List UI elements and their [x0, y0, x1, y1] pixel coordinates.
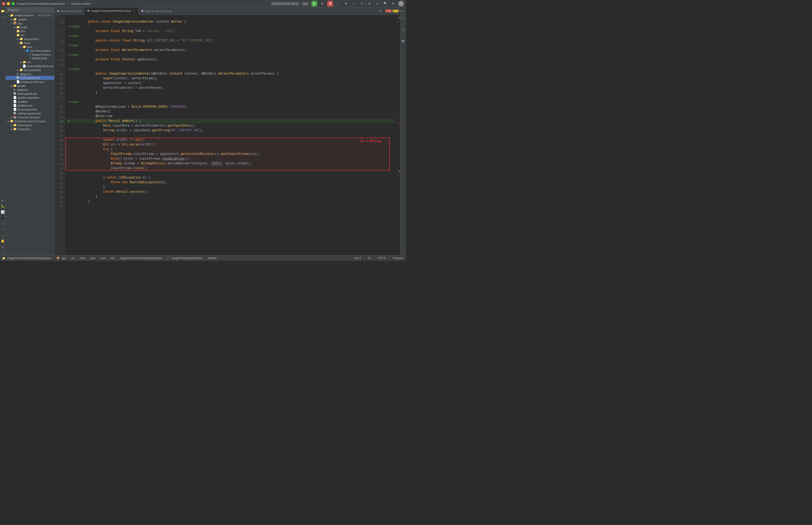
rt-btn1[interactable]: ◫ [401, 16, 406, 21]
breadcrumb-java[interactable]: java [91, 257, 95, 260]
toolbar-btn1[interactable]: ⊞ [343, 1, 349, 6]
tree-item-libs[interactable]: ▶ 📁 libs [6, 29, 54, 33]
rt-btn5[interactable]: 🔍 [401, 39, 406, 44]
tree-item-external-libs[interactable]: ▶ 📚 External Libraries [6, 115, 54, 119]
close-button[interactable] [2, 2, 5, 5]
breadcrumb-class[interactable]: ImageCompressionWorker [172, 257, 203, 260]
debug-button[interactable]: ⚙ [319, 1, 325, 6]
debug-tool-icon[interactable]: 🐛 [0, 204, 5, 209]
tree-arrow: ▾ [10, 22, 13, 25]
tree-item-androidtest[interactable]: ▶ 📁 androidTest [6, 37, 54, 41]
breadcrumb-test[interactable]: test [110, 257, 115, 260]
breadcrumb-src[interactable]: src [71, 257, 75, 260]
tree-item-scratches[interactable]: ▶ 📁 Scratches and Consoles [6, 119, 54, 123]
stop-button[interactable]: ■ [327, 1, 333, 6]
breadcrumb-sep5: › [98, 257, 98, 260]
tree-item-java[interactable]: ▾ 📁 java [6, 45, 54, 49]
tree-item-gradlew[interactable]: ▶ 📄 gradlew [6, 100, 54, 103]
nav-down[interactable]: ▼ [402, 10, 404, 13]
line-ending-indicator[interactable]: LF [367, 257, 372, 260]
tree-item-mainactivity[interactable]: ▶ C MainActivity [6, 57, 54, 60]
tree-item-icw[interactable]: ▶ C ImageCompressionWorker [6, 53, 54, 57]
tree-item-root[interactable]: ▾ 📁 ImageCompressionWorkerApplication ~/… [6, 13, 54, 17]
version-control[interactable]: Version control [71, 2, 90, 5]
notifications-icon[interactable]: 🔔 [0, 238, 5, 244]
rt-btn3[interactable]: ⊞ [401, 27, 406, 32]
tree-item-src[interactable]: ▾ 📁 src [6, 33, 54, 37]
tree-item-settings-gradle[interactable]: ▶ 🐘 settings.gradle.kts [6, 111, 54, 115]
toolbar-btn5[interactable]: ↻ [374, 1, 380, 6]
bottom-icon4[interactable]: ? [0, 250, 5, 255]
rt-btn4[interactable]: ⛶ [401, 33, 406, 38]
breadcrumb-com[interactable]: com [100, 257, 105, 260]
position-indicator[interactable]: 46:13 [353, 257, 362, 260]
project-panel-header[interactable]: Project ▾ [6, 7, 54, 13]
tree-item-buildgradle-root[interactable]: ▶ 🐘 build.gradle.kts [6, 92, 54, 95]
tab-mainactivity[interactable]: MainActivity.java [54, 7, 85, 14]
tree-item-buildgradle-app[interactable]: ▶ 🐘 build.gradle.kts [6, 76, 54, 80]
indent-indicator[interactable]: 4 spaces [391, 257, 404, 260]
nav-up[interactable]: ▲ [399, 10, 401, 13]
tree-item-gitignore-app[interactable]: ▶ ⊘ .gitignore [6, 72, 54, 76]
tree-item-package[interactable]: ▾ 🔷 com.test.imagecompressionworkerapp..… [6, 49, 54, 53]
encoding-indicator[interactable]: UTF-8 [377, 257, 386, 260]
gitignore-icon: ⊘ [16, 72, 19, 76]
breadcrumb-method[interactable]: doWork [208, 257, 217, 260]
minimize-button[interactable] [7, 2, 10, 5]
tree-item-extensions[interactable]: ▶ 📁 Extensions [6, 123, 54, 127]
toolbar-btn4[interactable]: ⚙ [367, 1, 372, 6]
code-line: private final WorkerParameters workerPar… [67, 48, 396, 52]
breadcrumb-project[interactable]: ImageCompressionWorkerApplication [8, 257, 51, 260]
bottom-icon2[interactable]: ☁ [0, 232, 5, 238]
tree-item-main[interactable]: ▾ 📁 main [6, 41, 54, 45]
folder-icon: 📁 [16, 33, 20, 37]
run-tool-icon[interactable]: ▶ [0, 198, 5, 203]
device-selector[interactable]: Pixel 6 Pro API 33 2 [270, 2, 299, 6]
search-button[interactable]: 🔍 [382, 1, 388, 6]
tree-item-gradlew-bat[interactable]: ▶ 📄 gradlew.bat [6, 103, 54, 107]
project-panel: Project ▾ ▾ 📁 ImageCompressionWorkerAppl… [6, 7, 54, 255]
toolbar-btn2[interactable]: ↗ [351, 1, 357, 6]
tab-settings-btn[interactable]: ⚙ [378, 7, 384, 14]
tree-item-local-props[interactable]: ▶ 📄 local.properties [6, 107, 54, 111]
icon3[interactable]: ⋮ [0, 20, 5, 25]
main-content: 📁 ⊙ ⋮ ▶ 🐛 📊 📱 ⑂ ◇ ☁ 🔔 ⊕ ? Project ▾ [0, 7, 406, 255]
breadcrumb-sep6: › [107, 257, 108, 260]
run-button[interactable]: ▶ [311, 1, 317, 6]
git-icon[interactable]: ⑂ [0, 221, 5, 226]
breadcrumb-pkg[interactable]: imagecompressionworkerapplication [120, 257, 162, 260]
tree-item-gitignore-root[interactable]: ▶ ⊘ .gitignore [6, 88, 54, 92]
tree-item-app[interactable]: ▾ 📦 app [6, 21, 54, 25]
avatar[interactable]: A [398, 1, 404, 6]
project-folder-icon: 📁 [10, 14, 14, 17]
settings-button[interactable]: ⚙ [390, 1, 396, 6]
tab-imagecompressionworker[interactable]: ImageCompressionWorker.java ✕ [85, 7, 139, 15]
bottom-icon3[interactable]: ⊕ [0, 244, 5, 250]
rt-btn2[interactable]: ↔ [401, 21, 406, 27]
tree-item-manifest[interactable]: ▶ 📄 AndroidManifest.xml [6, 64, 54, 68]
tree-item-proguard[interactable]: ▶ 📄 proguard-rules.pro [6, 80, 54, 84]
project-icon[interactable]: 📁 [0, 9, 5, 14]
profiler-icon[interactable]: 📊 [0, 209, 5, 215]
maximize-button[interactable] [12, 2, 15, 5]
device-manager-icon[interactable]: 📱 [0, 215, 5, 221]
bottom-icon1[interactable]: ◇ [0, 227, 5, 232]
tree-item-res[interactable]: ▶ 📁 res [6, 60, 54, 64]
more-button[interactable]: ⋮ [335, 1, 341, 6]
breadcrumb-main[interactable]: main [80, 257, 86, 260]
tree-item-test[interactable]: ▶ 📁 test [unitTest] [6, 68, 54, 72]
tree-item-scratches-inner[interactable]: ▶ 📁 Scratches [6, 127, 54, 131]
toolbar-btn3[interactable]: ≡ [359, 1, 365, 6]
annotation-label: uri -> Bitmap [359, 139, 382, 143]
tab-buildgradle[interactable]: build.gradle.kts (:app) [139, 7, 175, 14]
commit-icon[interactable]: ⊙ [0, 14, 5, 19]
module-selector[interactable]: app [301, 2, 309, 6]
tab-close-btn[interactable]: ✕ [132, 9, 136, 13]
tree-item-gradle-root[interactable]: ▶ 📁 .gradle [6, 17, 54, 21]
breadcrumb-module[interactable]: app [62, 257, 66, 260]
tree-item-build[interactable]: ▶ 📁 build [6, 25, 54, 29]
tree-item-gradle-props[interactable]: ▶ 📄 gradle.properties [6, 95, 54, 100]
tree-item-gradle-folder[interactable]: ▶ 📁 gradle [6, 84, 54, 88]
error-area: ⚠ 1 ▲ 1 ▲ ▼ [383, 7, 406, 14]
code-editor[interactable]: uri -> Bitmap public class ImageCompress… [65, 15, 398, 255]
